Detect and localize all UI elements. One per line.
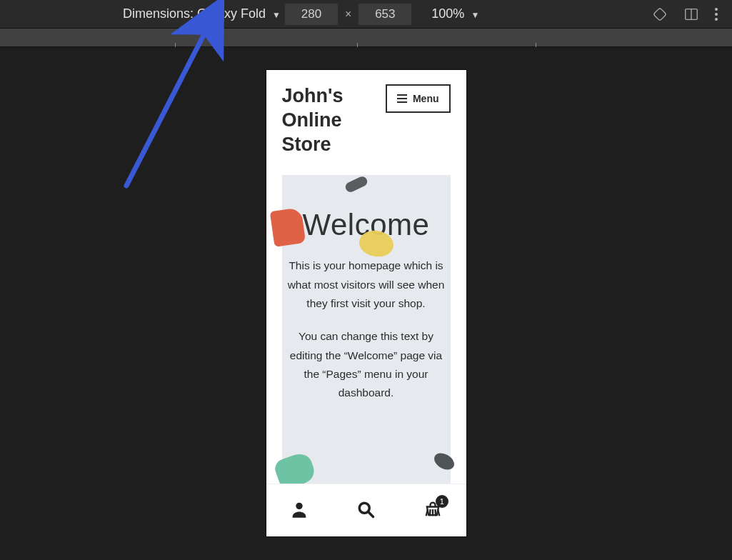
- search-icon[interactable]: [356, 499, 376, 522]
- zoom-value: 100%: [431, 6, 464, 21]
- site-header: John's Online Store Menu: [266, 70, 466, 164]
- svg-line-8: [438, 509, 439, 516]
- account-icon[interactable]: [289, 499, 309, 522]
- sunglasses-icon: [344, 175, 368, 194]
- hero-paragraph-1: This is your homepage which is what most…: [286, 256, 446, 313]
- device-height-input[interactable]: [359, 4, 411, 25]
- dimension-separator: ×: [345, 8, 351, 21]
- device-width-input[interactable]: [285, 4, 338, 25]
- site-title: John's Online Store: [282, 84, 382, 156]
- svg-line-6: [369, 512, 373, 516]
- chevron-down-icon: ▼: [272, 10, 281, 20]
- svg-line-7: [426, 509, 427, 516]
- more-options-icon[interactable]: [715, 8, 718, 21]
- rotate-icon[interactable]: [652, 6, 668, 22]
- device-dimensions-dropdown[interactable]: Dimensions: Galaxy Fold ▼: [123, 6, 281, 21]
- svg-point-4: [296, 502, 302, 509]
- sunglasses-icon: [431, 449, 457, 472]
- zoom-dropdown[interactable]: 100% ▼: [431, 6, 479, 21]
- cart-icon[interactable]: 1: [423, 499, 443, 522]
- device-frame: John's Online Store Menu Welcome This is…: [266, 70, 466, 536]
- device-dimensions-label: Dimensions: Galaxy Fold: [123, 6, 266, 21]
- cart-badge: 1: [436, 495, 448, 508]
- shirt-icon: [269, 207, 306, 247]
- svg-line-10: [435, 509, 436, 516]
- ruler-strip: [0, 29, 732, 47]
- dual-screen-icon[interactable]: [683, 6, 699, 22]
- chevron-down-icon: ▼: [471, 10, 479, 20]
- menu-button-label: Menu: [413, 93, 439, 104]
- svg-line-9: [430, 509, 431, 516]
- devtools-toolbar: Dimensions: Galaxy Fold ▼ × 100% ▼: [0, 0, 732, 29]
- hamburger-icon: [397, 94, 407, 103]
- menu-button[interactable]: Menu: [386, 84, 451, 113]
- hero-paragraph-2: You can change this text by editing the …: [286, 327, 446, 402]
- device-preview-area: John's Online Store Menu Welcome This is…: [0, 47, 732, 536]
- svg-rect-0: [653, 7, 666, 20]
- bottom-nav: 1: [266, 484, 466, 536]
- hero-section: Welcome This is your homepage which is w…: [282, 175, 451, 536]
